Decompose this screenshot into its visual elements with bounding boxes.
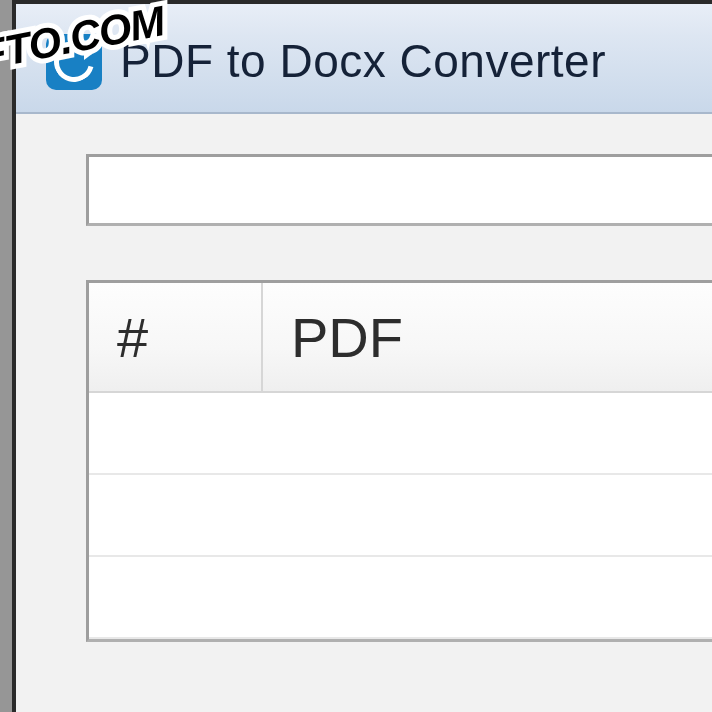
table-row[interactable] — [89, 475, 712, 557]
column-header-index[interactable]: # — [89, 283, 263, 391]
titlebar[interactable]: PDF to Docx Converter — [16, 4, 712, 114]
app-icon — [46, 34, 102, 90]
column-header-pdf[interactable]: PDF — [263, 283, 712, 391]
application-window: PDF to Docx Converter # PDF — [12, 0, 712, 712]
table-header-row: # PDF — [89, 283, 712, 393]
table-row[interactable] — [89, 557, 712, 639]
client-area: # PDF — [16, 114, 712, 712]
path-input[interactable] — [86, 154, 712, 226]
table-body — [89, 393, 712, 639]
window-title: PDF to Docx Converter — [120, 34, 606, 88]
file-table: # PDF — [86, 280, 712, 642]
table-row[interactable] — [89, 393, 712, 475]
